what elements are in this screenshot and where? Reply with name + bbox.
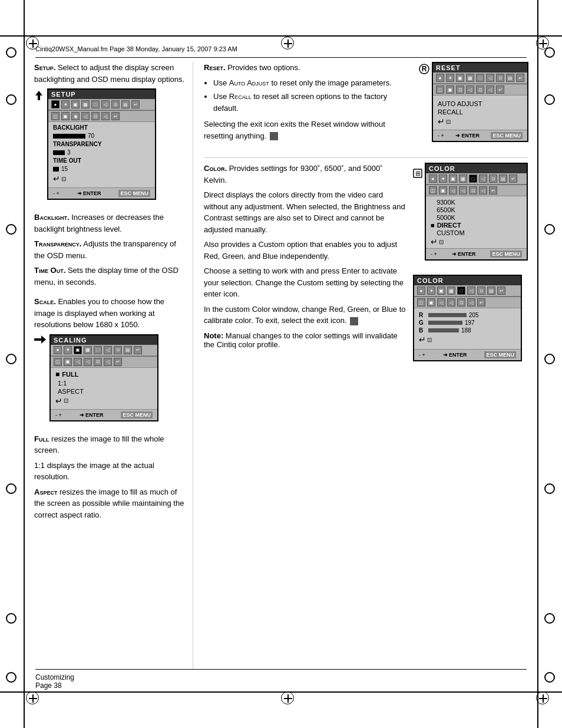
reset-title: Reset. — [204, 63, 226, 72]
direct-text: Direct displays the colors directly from… — [204, 189, 407, 235]
osd-scaling-icons: ● ✦ ▣ ▦ □ ◁ ⊙ ▤ ↵ — [51, 345, 157, 356]
color-5000k: 5000K — [431, 214, 522, 221]
osd-setup-title: SETUP — [48, 90, 155, 99]
osd-color2-title: COLOR — [414, 276, 521, 285]
scaling-aspect: ASPECT — [55, 388, 153, 395]
osd-color1-body: 9300K 6500K 5000K ■ — [426, 196, 527, 248]
header-text: Cintiq20WSX_Manual.fm Page 38 Monday, Ja… — [35, 45, 237, 52]
binding-circle — [544, 47, 555, 58]
color-section: Color. Provides settings for 9300˚, 6500… — [204, 163, 528, 368]
rgb-g-bar — [428, 321, 462, 325]
setup-title: Setup. — [34, 63, 55, 72]
binding-circle — [544, 483, 555, 494]
scale-intro: Scale. Enables you to choose how the ima… — [34, 296, 186, 331]
binding-left — [0, 0, 22, 728]
osd-color2-body: R 205 G 197 B 188 — [414, 308, 521, 349]
osd-reset-bottom: - + ➜ ENTER ESC MENU — [433, 130, 527, 141]
scaling-1-1: 1:1 — [55, 380, 153, 387]
osd-scaling-bottom: - + ➜ ENTER ESC MENU — [51, 409, 157, 420]
color-custom: CUSTOM — [431, 229, 522, 236]
scale-right-arrow — [34, 335, 46, 345]
left-column: Setup. Select to adjust the display scre… — [34, 62, 193, 669]
svg-rect-1 — [34, 338, 41, 341]
rgb-g-row: G 197 — [419, 319, 516, 326]
binding-circle — [544, 672, 555, 683]
osd-backlight-row: BACKLIGHT — [53, 124, 150, 131]
color-screens: ⊞ COLOR ● ✦ ▣ ▦ □ ◁ ⊙ ▤ — [413, 163, 528, 368]
binding-circle — [6, 483, 16, 494]
rgb-r-row: R 205 — [419, 312, 516, 318]
osd-scaling-body: ■ FULL 1:1 ASPECT ↵⊡ — [51, 368, 157, 409]
osd-reset-icons2: ◫ ▣ ⊡ ◁ ⊡ ◁ ↵ — [433, 84, 527, 95]
full-desc: Full resizes the image to fill the whole… — [34, 433, 186, 456]
osd-color1-icons2: ◫ ▣ ◁ ◁ ⊡ ◁ ↵ — [426, 185, 527, 196]
osd-setup-screen: SETUP ● ✦ ▣ ▦ □ ◁ ⊙ ▤ ↵ ◫ ▣ — [47, 88, 156, 200]
one-one-desc: 1:1 displays the image at the actual res… — [34, 460, 186, 483]
choose-text: Choose a setting to work with and press … — [204, 265, 407, 300]
binding-circle — [544, 224, 555, 235]
right-column: Reset. Provides two options. Use Auto Ad… — [193, 62, 528, 669]
rgb-b-row: B 188 — [419, 327, 516, 334]
svg-text:⊞: ⊞ — [415, 170, 421, 177]
osd-backlight-bar — [53, 134, 85, 139]
page-header: Cintiq20WSX_Manual.fm Page 38 Monday, Ja… — [35, 40, 527, 58]
reset-bullets: Use Auto Adjust to reset only the image … — [213, 77, 413, 114]
color-title: Color. — [204, 164, 227, 173]
binding-circle — [6, 94, 16, 105]
osd-transparency-row: TRANSPARENCY — [53, 141, 150, 147]
backlight-desc: Backlight. Increases or decreases the ba… — [34, 212, 186, 235]
section-divider — [204, 157, 528, 158]
reset-text: Reset. Provides two options. Use Auto Ad… — [204, 62, 413, 149]
reset-bullet-1: Use Auto Adjust to reset only the image … — [213, 77, 413, 89]
reset-intro: Reset. Provides two options. — [204, 62, 413, 74]
color1-icon: ⊞ — [413, 169, 422, 180]
binding-right — [540, 0, 562, 728]
setup-left-arrow — [34, 90, 44, 103]
svg-rect-0 — [38, 95, 40, 100]
osd-timeout-bar — [53, 167, 59, 172]
scale-section: Scale. Enables you to choose how the ima… — [34, 296, 186, 521]
svg-text:R: R — [422, 65, 427, 73]
osd-timeout-row: TIME OUT — [53, 157, 150, 164]
reset-screen-container: R RESET ● ✦ ▣ ▦ □ ◁ ⊙ ▤ — [419, 62, 528, 149]
color-text: Color. Provides settings for 9300˚, 6500… — [204, 163, 407, 368]
osd-setup-bottom: - + ➜ ENTER ESC MENU — [48, 187, 155, 199]
binding-circle — [544, 613, 555, 624]
osd-scaling-icons2: ◫ ▣ ◁ ◁ ⊡ ◁ ↵ — [51, 356, 157, 368]
binding-circle — [6, 224, 16, 235]
note-box: Note: Manual changes to the color settin… — [204, 331, 407, 349]
binding-circle — [544, 94, 555, 105]
reset-bullet-2: Use Recall to reset all screen options t… — [213, 91, 413, 114]
page-border-left — [24, 0, 25, 728]
timeout-desc: Time Out. Sets the display time of the O… — [34, 265, 186, 288]
osd-color2-icons: ● ✦ ▣ ▦ □ ◁ ⊙ ▤ ↵ — [414, 285, 521, 297]
osd-color1-bottom: - + ➜ ENTER ESC MENU — [426, 248, 527, 259]
osd-color2-icons2: ◫ ▣ ◁ ◁ ⊡ ◁ ↵ — [414, 297, 521, 308]
page-border-top — [0, 35, 562, 37]
aspect-desc: Aspect resizes the image to fill as much… — [34, 486, 186, 521]
setup-intro: Setup. Select to adjust the display scre… — [34, 62, 186, 85]
setup-section: Setup. Select to adjust the display scre… — [34, 62, 186, 288]
binding-circle — [544, 354, 555, 364]
color-direct: ■ DIRECT — [431, 222, 522, 229]
osd-color1-icons: ● ✦ ▣ ▦ □ ◁ ⊙ ▤ ↵ — [426, 173, 527, 185]
osd-scaling-screen: SCALING ● ✦ ▣ ▦ □ ◁ ⊙ ▤ ↵ ◫ ▣ — [49, 334, 158, 421]
footer-line1: Customizing — [35, 673, 527, 681]
osd-scaling-title: SCALING — [51, 335, 157, 345]
color-intro: Color. Provides settings for 9300˚, 6500… — [204, 163, 407, 186]
reset-exit-text: Selecting the exit icon exits the Reset … — [204, 118, 413, 141]
binding-circle — [6, 47, 16, 58]
page-footer: Customizing Page 38 — [35, 669, 527, 690]
custom-window-text: In the custom Color window, change Red, … — [204, 304, 407, 327]
scaling-full: ■ FULL — [55, 370, 153, 378]
rgb-r-bar — [428, 313, 467, 317]
rgb-b-bar — [428, 328, 459, 332]
osd-setup-icons2: ◫ ▣ ◉ ◁ ⊡ ◁ ↵ — [48, 110, 155, 122]
exit-icon-color — [350, 317, 358, 325]
osd-color2-screen: COLOR ● ✦ ▣ ▦ □ ◁ ⊙ ▤ ↵ ◫ ▣ — [413, 275, 522, 361]
osd-reset-title: RESET — [433, 63, 527, 73]
osd-setup-body: BACKLIGHT 70 TRANSPARENCY 3 — [48, 122, 155, 187]
footer-line2: Page 38 — [35, 681, 527, 690]
binding-circle — [6, 672, 16, 683]
custom-text: Also provides a Custom option that enabl… — [204, 239, 407, 262]
